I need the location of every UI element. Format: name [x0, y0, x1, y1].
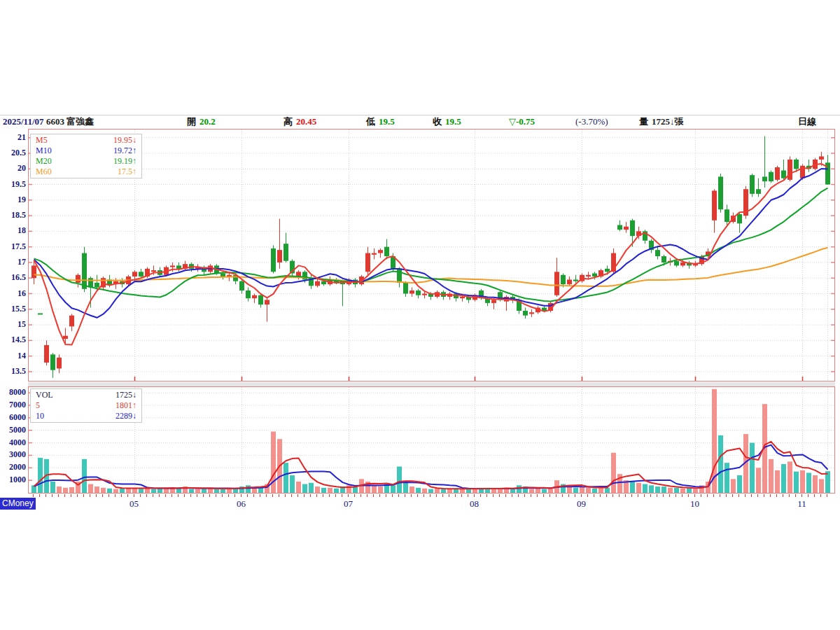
close-group: 收19.5: [433, 116, 461, 127]
ma-legend-row-value: 19.95↓: [113, 135, 136, 146]
ma-legend-row-name: M5: [36, 135, 48, 146]
close-label: 收: [433, 116, 442, 127]
high-value: 20.45: [296, 116, 316, 127]
period-selector[interactable]: 日線: [798, 116, 816, 127]
volume-value: 1725↓張: [652, 116, 684, 127]
high-group: 高20.45: [284, 116, 316, 127]
price-axis-label: 20.5: [0, 148, 26, 157]
month-axis-label: 08: [463, 498, 486, 510]
volume-label: 量: [639, 116, 648, 127]
month-axis-label: 06: [230, 498, 253, 510]
volume-legend-row-value: 1725↓: [115, 390, 136, 400]
price-axis-label: 18.5: [0, 211, 26, 219]
stock-chart-app: { "header": { "date": "2025/11/07", "sto…: [0, 0, 840, 630]
month-axis-label: 09: [570, 498, 594, 510]
month-axis-label: 07: [337, 498, 360, 510]
volume-legend-row: 51801↑: [31, 400, 141, 411]
price-axis-label: 13.5: [0, 367, 26, 375]
volume-axis-label: 4000: [0, 438, 26, 447]
price-axis-label: 14: [0, 351, 26, 360]
volume-legend-row-value: 1801↑: [115, 400, 136, 411]
open-label: 開: [187, 116, 196, 127]
price-axis-label: 15.5: [0, 304, 26, 313]
price-axis-label: 20: [0, 164, 26, 172]
ma-legend-row-value: 19.72↑: [113, 146, 136, 156]
open-group: 開20.2: [187, 116, 216, 127]
low-label: 低: [366, 116, 375, 127]
volume-legend-row: VOL1725↓: [31, 390, 141, 400]
ma-legend-row: M1019.72↑: [31, 146, 141, 156]
volume-axis-label: 2000: [0, 463, 26, 471]
price-axis-label: 19: [0, 195, 26, 204]
ma-legend-row: M519.95↓: [31, 135, 141, 146]
volume-chart: [29, 387, 834, 493]
ma-legend-row-value: 19.19↑: [113, 156, 136, 167]
ma-legend-row: M2019.19↑: [31, 156, 141, 167]
low-group: 低19.5: [366, 116, 395, 127]
ma-legend: M519.95↓M1019.72↑M2019.19↑M6017.5↑: [30, 134, 142, 178]
volume-axis-label: 1000: [0, 475, 26, 484]
close-value: 19.5: [445, 116, 461, 127]
ma-legend-row-name: M20: [36, 156, 52, 167]
change-percent: (-3.70%): [575, 116, 608, 127]
price-chart-panel[interactable]: [28, 129, 835, 382]
price-axis-label: 17: [0, 258, 26, 266]
month-axis-label: 10: [683, 498, 707, 510]
volume-axis-label: 3000: [0, 450, 26, 458]
price-axis-label: 14.5: [0, 335, 26, 344]
volume-legend: VOL1725↓51801↑102289↓: [30, 388, 142, 423]
ma-legend-row-name: M60: [36, 167, 52, 177]
price-axis-label: 18: [0, 226, 26, 234]
volume-group: 量1725↓張: [639, 116, 684, 127]
volume-axis-label: 7000: [0, 400, 26, 409]
price-axis-label: 21: [0, 133, 26, 141]
price-axis-label: 17.5: [0, 242, 26, 251]
volume-legend-row-value: 2289↓: [115, 411, 136, 421]
volume-legend-row-name: 5: [36, 400, 40, 411]
x-axis-tick-strip: [28, 494, 835, 498]
volume-axis-label: 6000: [0, 413, 26, 421]
change-value: ▽-0.75: [509, 116, 535, 127]
price-axis-label: 19.5: [0, 180, 26, 188]
header-divider: [0, 115, 840, 115]
ma-legend-row-name: M10: [36, 146, 52, 156]
price-axis-label: 16: [0, 289, 26, 298]
volume-legend-row: 102289↓: [31, 411, 141, 421]
quote-date: 2025/11/07: [3, 116, 44, 127]
volume-chart-panel[interactable]: [28, 386, 835, 493]
cmoney-logo: CMoney: [0, 498, 36, 510]
ma-legend-row-value: 17.5↑: [118, 167, 136, 177]
open-value: 20.2: [200, 116, 216, 127]
month-axis-label: 05: [122, 498, 146, 510]
ma-legend-row: M6017.5↑: [31, 167, 141, 177]
price-axis-label: 16.5: [0, 273, 26, 281]
month-axis-label: 11: [790, 498, 814, 510]
high-label: 高: [284, 116, 293, 127]
volume-axis-label: 5000: [0, 426, 26, 434]
stock-id-name: 6603 富強鑫: [46, 116, 94, 127]
volume-legend-row-name: VOL: [36, 390, 53, 400]
candlestick-chart: [29, 130, 834, 381]
volume-axis-label: 8000: [0, 388, 26, 396]
volume-legend-row-name: 10: [36, 411, 44, 421]
price-axis-label: 15: [0, 320, 26, 328]
low-value: 19.5: [379, 116, 395, 127]
